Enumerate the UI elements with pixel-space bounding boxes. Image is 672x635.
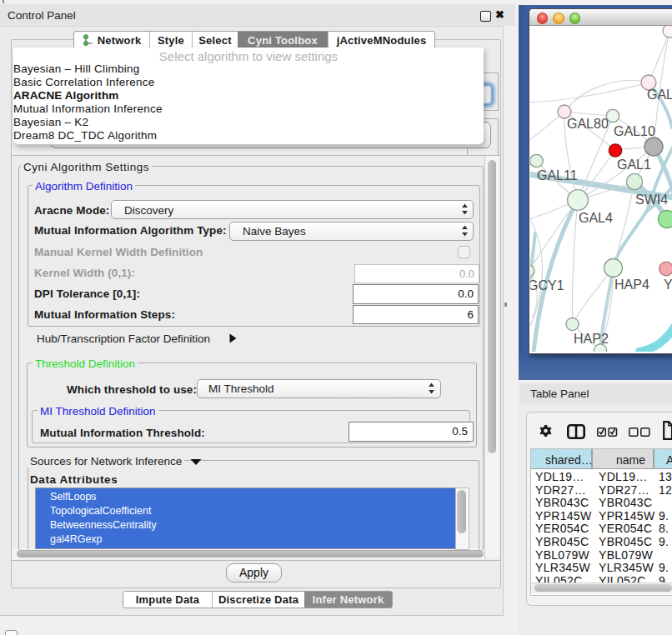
svg-text:HAP2: HAP2 xyxy=(574,332,609,346)
svg-text:GCY1: GCY1 xyxy=(530,278,564,292)
svg-text:GAL7: GAL7 xyxy=(647,88,672,102)
svg-text:HAP4: HAP4 xyxy=(614,278,649,292)
svg-text:GAL80: GAL80 xyxy=(567,117,609,131)
svg-text:GAL10: GAL10 xyxy=(614,124,655,138)
svg-text:GAL1: GAL1 xyxy=(617,158,651,172)
svg-text:GAL4: GAL4 xyxy=(579,211,613,225)
svg-text:GAL11: GAL11 xyxy=(537,168,578,182)
svg-text:Y: Y xyxy=(664,278,672,292)
svg-text:SWI4: SWI4 xyxy=(635,192,668,207)
